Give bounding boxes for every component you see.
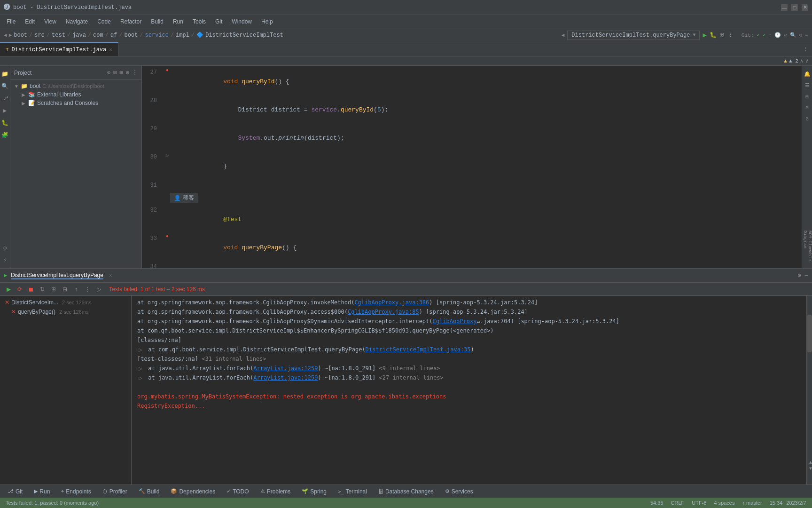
breadcrumb-impl[interactable]: impl [176, 32, 189, 39]
run-output[interactable]: at org.springframework.aop.framework.Cgl… [132, 296, 806, 484]
sidebar-gear-icon[interactable]: ⚙ [126, 69, 129, 76]
run-tab-main[interactable]: DistrictServiceImplTest.queryByPage [11, 272, 103, 279]
output-link-2[interactable]: CglibAopProxy [433, 318, 477, 325]
bottom-tab-todo[interactable]: ✓ TODO [223, 485, 252, 498]
sidebar-more-icon[interactable]: ⋮ [132, 69, 138, 76]
run-config-dropdown[interactable]: DistrictServiceImplTest.queryByPage ▼ [567, 31, 700, 40]
settings-icon[interactable]: ⚙ [799, 32, 803, 38]
bottom-tab-git[interactable]: ⎇ Git [4, 485, 26, 498]
expand-btn-4[interactable]: ▷ [137, 347, 144, 353]
bottom-tab-problems[interactable]: ⚠ Problems [257, 485, 295, 498]
run-filter-btn[interactable]: ⊞ [49, 285, 58, 294]
menu-refactor[interactable]: Refactor [116, 16, 146, 27]
right-bpm-icon[interactable]: BPM-Flowable-Diagram [803, 230, 812, 268]
bottom-tab-dbchanges[interactable]: 🗄 Database Changes [375, 485, 437, 498]
output-link-6[interactable]: ArrayList.java:1259 [253, 374, 318, 381]
run-scroll-down[interactable]: ▼ [809, 466, 812, 471]
left-debug-icon[interactable]: 🐛 [1, 119, 9, 127]
run-scrollbar[interactable]: ▲ ▼ [806, 296, 812, 484]
right-hierarchy-icon[interactable]: ⊞ [803, 92, 812, 101]
run-tree-method[interactable]: ✕ queryByPage() 2 sec 126ms [2, 307, 129, 317]
bottom-tab-spring[interactable]: 🌱 Spring [298, 485, 330, 498]
coverage-button[interactable]: ⛨ [719, 32, 725, 39]
search-icon[interactable]: 🔍 [790, 32, 796, 38]
minimize-button[interactable]: — [781, 4, 788, 11]
breadcrumb-file[interactable]: DistrictServiceImplTest [205, 32, 283, 39]
menu-edit[interactable]: Edit [20, 16, 39, 27]
right-notifications-icon[interactable]: 🔔 [803, 70, 812, 78]
run-stop-btn[interactable]: ◼ [26, 285, 36, 294]
git-push-icon[interactable]: ↑ [769, 32, 772, 38]
left-bottom1-icon[interactable]: ⚙ [1, 244, 9, 252]
breadcrumb-qf[interactable]: qf [110, 32, 117, 39]
warning-up-icon[interactable]: ∧ [800, 58, 804, 64]
sidebar-locate-icon[interactable]: ⊙ [107, 69, 110, 76]
menu-view[interactable]: View [39, 16, 61, 27]
menu-navigate[interactable]: Navigate [61, 16, 93, 27]
bottom-tab-terminal[interactable]: >_ Terminal [334, 485, 371, 498]
status-line-ending[interactable]: CRLF [671, 500, 685, 506]
bottom-tab-run[interactable]: ▶ Run [30, 485, 54, 498]
run-tab-close[interactable]: ✕ [109, 272, 112, 278]
more-options-icon[interactable]: ⋯ [805, 32, 808, 38]
left-run-icon[interactable]: ▶ [1, 106, 9, 115]
bottom-tab-dependencies[interactable]: 📦 Dependencies [167, 485, 219, 498]
breadcrumb-java[interactable]: java [72, 32, 86, 39]
output-link-0[interactable]: CglibAopProxy.java:386 [354, 299, 429, 306]
git-revert-icon[interactable]: ↩ [784, 32, 787, 38]
sidebar-item-external[interactable]: ▶ 📚 External Libraries [10, 90, 141, 99]
status-git[interactable]: ↑ master [742, 500, 762, 506]
menu-build[interactable]: Build [146, 16, 168, 27]
close-button[interactable]: ✕ [802, 4, 808, 11]
tab-district-service[interactable]: T DistrictServiceImplTest.java ✕ [0, 42, 118, 56]
bottom-tab-build[interactable]: 🔨 Build [135, 485, 164, 498]
menu-tools[interactable]: Tools [188, 16, 211, 27]
tab-settings-icon[interactable]: ⋮ [803, 46, 808, 52]
right-gradle-icon[interactable]: G [803, 115, 812, 123]
back-icon[interactable]: ◀ [4, 32, 7, 38]
more-run-options[interactable]: ⋮ [728, 32, 733, 38]
left-plugin-icon[interactable]: 🧩 [1, 131, 9, 139]
left-git-icon[interactable]: ⎇ [1, 94, 9, 103]
menu-code[interactable]: Code [93, 16, 116, 27]
breadcrumb-com[interactable]: com [93, 32, 103, 39]
breadcrumb-test[interactable]: test [52, 32, 65, 39]
run-prev-btn[interactable]: ◀ [562, 32, 565, 38]
menu-git[interactable]: Git [211, 16, 227, 27]
run-import-btn[interactable]: ⋮ [83, 285, 92, 294]
left-search-icon[interactable]: 🔍 [1, 82, 9, 90]
run-settings-icon[interactable]: ⚙ [798, 272, 801, 279]
menu-window[interactable]: Window [227, 16, 257, 27]
debug-button[interactable]: 🐛 [710, 32, 717, 39]
breadcrumb-service[interactable]: service [145, 32, 169, 39]
run-minimize-icon[interactable]: — [805, 272, 808, 279]
right-maven-icon[interactable]: M [803, 103, 812, 112]
run-more-btn[interactable]: ▷ [94, 285, 103, 294]
bottom-tab-endpoints[interactable]: ⌖ Endpoints [57, 485, 94, 498]
left-bottom2-icon[interactable]: ⚡ [1, 256, 9, 264]
output-link-1[interactable]: CglibAopProxy.java:85 [348, 309, 419, 315]
run-export-btn[interactable]: ↑ [71, 285, 81, 294]
run-rerun-btn[interactable]: ▶ [4, 285, 13, 294]
warning-down-icon[interactable]: ∨ [805, 58, 808, 64]
sidebar-collapse-icon[interactable]: ⊟ [113, 69, 117, 76]
title-bar-controls[interactable]: — □ ✕ [781, 4, 808, 11]
maximize-button[interactable]: □ [791, 4, 798, 11]
run-sort-btn[interactable]: ⇅ [38, 285, 47, 294]
status-indent[interactable]: 4 spaces [714, 500, 734, 506]
run-collapse-btn[interactable]: ⊟ [60, 285, 70, 294]
menu-run[interactable]: Run [168, 16, 188, 27]
output-link-5[interactable]: ArrayList.java:1259 [253, 365, 318, 372]
right-structure-icon[interactable]: ☰ [803, 81, 812, 89]
expand-btn-6[interactable]: ▷ [137, 375, 144, 381]
sidebar-expand-icon[interactable]: ⊞ [120, 69, 123, 76]
run-tree-class[interactable]: ✕ DistrictServiceIm... 2 sec 126ms [2, 298, 129, 307]
tab-close-button[interactable]: ✕ [109, 47, 112, 53]
run-rerun-failed-btn[interactable]: ⟳ [15, 285, 24, 294]
menu-file[interactable]: File [2, 16, 20, 27]
status-position[interactable]: 54:35 [650, 500, 664, 506]
sidebar-item-scratches[interactable]: ▶ 📝 Scratches and Consoles [10, 99, 141, 107]
bottom-tab-services[interactable]: ⚙ Services [441, 485, 477, 498]
expand-btn-5[interactable]: ▷ [137, 365, 144, 372]
status-encoding[interactable]: UTF-8 [692, 500, 706, 506]
